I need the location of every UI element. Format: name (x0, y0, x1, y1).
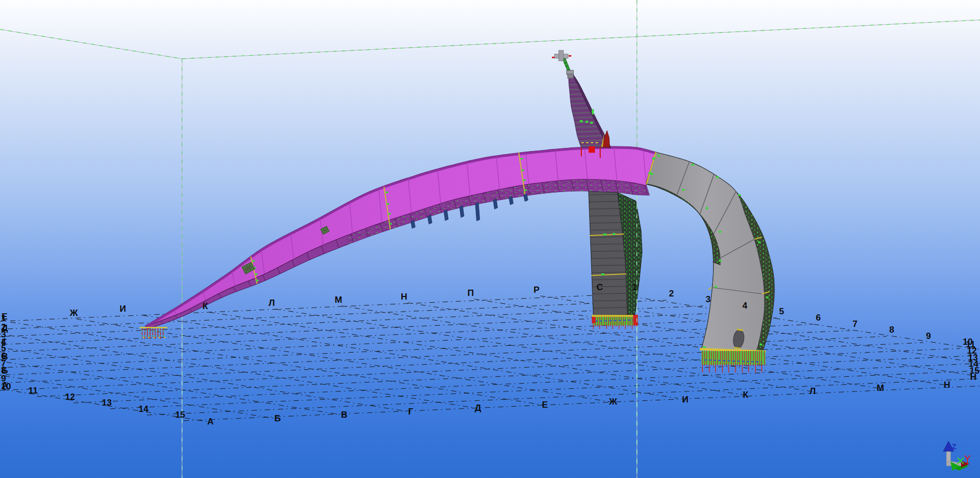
svg-text:Н: Н (970, 372, 976, 382)
svg-text:Е: Е (542, 400, 548, 410)
svg-text:Н: Н (401, 292, 407, 302)
svg-text:14: 14 (139, 404, 148, 414)
svg-text:4: 4 (742, 301, 748, 311)
svg-text:Л: Л (809, 386, 816, 396)
svg-text:9: 9 (926, 331, 931, 341)
svg-text:Д: Д (2, 323, 8, 333)
svg-text:7: 7 (853, 319, 857, 329)
svg-text:13: 13 (102, 398, 112, 408)
svg-text:В: В (2, 352, 8, 362)
svg-text:11: 11 (28, 386, 38, 396)
svg-text:И: И (120, 304, 126, 314)
svg-text:В: В (341, 410, 347, 420)
svg-text:Е: Е (2, 312, 7, 322)
svg-text:И: И (682, 395, 688, 405)
svg-text:А: А (2, 380, 8, 390)
svg-text:А: А (207, 417, 214, 427)
svg-text:8: 8 (889, 325, 894, 335)
svg-text:Г: Г (408, 407, 413, 417)
svg-text:К: К (203, 301, 208, 311)
svg-text:3: 3 (706, 294, 710, 304)
svg-text:Г: Г (2, 337, 7, 347)
svg-text:1: 1 (632, 282, 637, 292)
svg-text:Б: Б (2, 366, 8, 376)
svg-text:П: П (467, 288, 474, 298)
svg-text:М: М (335, 295, 342, 305)
svg-text:М: М (877, 383, 884, 393)
svg-text:С: С (596, 282, 603, 292)
svg-text:2: 2 (669, 289, 674, 299)
svg-text:К: К (743, 390, 749, 400)
svg-text:Н: Н (944, 380, 950, 390)
svg-text:15: 15 (175, 410, 185, 420)
svg-text:Л: Л (269, 298, 275, 308)
svg-text:Ж: Ж (69, 308, 78, 318)
svg-text:Р: Р (534, 285, 539, 295)
svg-text:Ж: Ж (609, 397, 617, 407)
svg-text:Б: Б (274, 413, 281, 423)
svg-text:12: 12 (65, 392, 75, 402)
svg-text:6: 6 (816, 313, 821, 323)
svg-text:5: 5 (779, 306, 784, 316)
svg-text:Z: Z (952, 442, 956, 451)
svg-text:Д: Д (475, 403, 481, 413)
